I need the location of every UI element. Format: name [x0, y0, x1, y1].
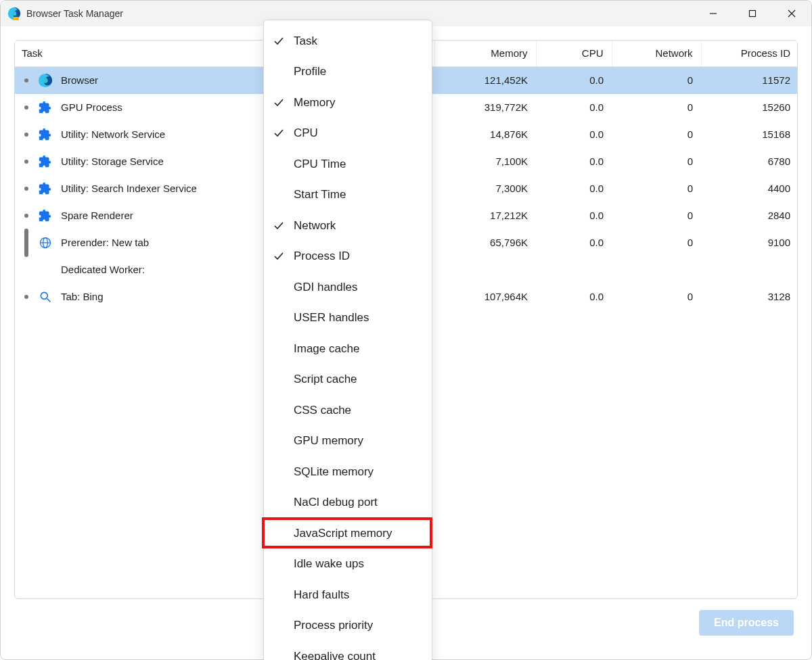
cell-pid: 4400 [701, 175, 798, 202]
cell-pid: 2840 [701, 202, 798, 229]
cell-cpu: 0.0 [536, 175, 612, 202]
column-header-memory[interactable]: Memory [434, 41, 536, 66]
ctx-item-image-cache[interactable]: Image cache [264, 333, 432, 364]
cell-memory: 65,796K [434, 229, 536, 256]
ctx-label: Image cache [294, 342, 359, 356]
ctx-item-memory[interactable]: Memory [264, 87, 432, 118]
process-name: GPU Process [61, 101, 122, 113]
check-icon [264, 36, 294, 47]
ctx-label: GDI handles [294, 281, 358, 294]
column-header-process-id[interactable]: Process ID [701, 41, 798, 66]
status-dot-icon [24, 78, 28, 82]
status-dot-icon [24, 187, 28, 191]
ctx-label: Hard faults [294, 588, 349, 602]
group-bar-icon [24, 229, 28, 257]
status-dot-icon [24, 295, 28, 299]
ctx-item-cpu[interactable]: CPU [264, 118, 432, 149]
ctx-item-start-time[interactable]: Start Time [264, 180, 432, 211]
search-icon [38, 289, 53, 304]
svg-point-1 [12, 11, 17, 16]
cell-cpu: 0.0 [536, 121, 612, 148]
cell-memory: 14,876K [434, 121, 536, 148]
ctx-label: GPU memory [294, 434, 363, 448]
ctx-label: SQLite memory [294, 465, 374, 479]
cell-network: 0 [612, 229, 701, 256]
cell-memory: 17,212K [434, 202, 536, 229]
cell-network: 0 [612, 121, 701, 148]
ctx-item-keepalive-count[interactable]: Keepalive count [264, 641, 432, 660]
ctx-item-css-cache[interactable]: CSS cache [264, 395, 432, 426]
minimize-button[interactable] [694, 1, 733, 26]
ctx-label: Profile [294, 65, 326, 78]
process-name: Utility: Search Indexer Service [61, 183, 197, 194]
process-name: Spare Renderer [61, 210, 133, 221]
process-name: Tab: Bing [61, 291, 104, 302]
ctx-label: Process ID [294, 250, 350, 263]
cell-cpu: 0.0 [536, 229, 612, 256]
status-dot-icon [24, 105, 28, 110]
cell-pid: 15260 [701, 94, 798, 121]
cell-network: 0 [612, 66, 701, 94]
cell-pid: 11572 [701, 66, 798, 94]
window-title: Browser Task Manager [26, 8, 123, 19]
svg-point-12 [41, 292, 47, 299]
column-context-menu[interactable]: TaskProfileMemoryCPUCPU TimeStart TimeNe… [263, 20, 432, 660]
end-process-button[interactable]: End process [699, 610, 794, 636]
cell-pid: 3128 [701, 283, 798, 310]
column-header-cpu[interactable]: CPU [536, 41, 612, 66]
edge-icon [38, 73, 53, 88]
process-name: Utility: Network Service [61, 128, 165, 140]
ctx-label: Keepalive count [294, 650, 376, 660]
ctx-label: Network [294, 219, 336, 233]
svg-line-13 [47, 298, 51, 302]
puzzle-icon [38, 181, 53, 196]
cell-cpu: 0.0 [536, 202, 612, 229]
cell-network: 0 [612, 148, 701, 175]
ctx-item-process-priority[interactable]: Process priority [264, 611, 432, 642]
ctx-label: Start Time [294, 188, 346, 202]
ctx-item-hard-faults[interactable]: Hard faults [264, 580, 432, 611]
cell-pid: 6780 [701, 148, 798, 175]
close-button[interactable] [772, 1, 811, 26]
ctx-item-gpu-memory[interactable]: GPU memory [264, 426, 432, 457]
ctx-item-sqlite-memory[interactable]: SQLite memory [264, 456, 432, 488]
svg-rect-4 [750, 11, 756, 17]
ctx-item-user-handles[interactable]: USER handles [264, 303, 432, 334]
cell-memory [434, 256, 536, 283]
cell-pid [701, 256, 798, 283]
cell-memory: 107,964K [434, 283, 536, 310]
cell-cpu: 0.0 [536, 94, 612, 121]
check-icon [264, 220, 294, 231]
ctx-item-network[interactable]: Network [264, 210, 432, 241]
ctx-label: CPU [294, 126, 318, 140]
ctx-label: CSS cache [294, 404, 351, 417]
cell-memory: 121,452K [434, 66, 536, 94]
ctx-item-process-id[interactable]: Process ID [264, 241, 432, 273]
ctx-label: Script cache [294, 373, 357, 386]
process-name: Browser [61, 74, 98, 86]
ctx-item-nacl-debug-port[interactable]: NaCl debug port [264, 488, 432, 519]
process-name: Prerender: New tab [61, 237, 149, 248]
cell-memory: 319,772K [434, 94, 536, 121]
cell-cpu [536, 256, 612, 283]
cell-network: 0 [612, 283, 701, 310]
ctx-label: USER handles [294, 311, 369, 325]
ctx-item-task[interactable]: Task [264, 26, 432, 57]
ctx-item-cpu-time[interactable]: CPU Time [264, 149, 432, 180]
window: Browser Task Manager TaskMemoryCPUNetwor… [0, 0, 812, 660]
ctx-item-idle-wake-ups[interactable]: Idle wake ups [264, 549, 432, 580]
process-name: Dedicated Worker: [61, 264, 145, 275]
column-header-network[interactable]: Network [612, 41, 701, 66]
ctx-label: JavaScript memory [294, 527, 392, 540]
cell-network [612, 256, 701, 283]
ctx-item-gdi-handles[interactable]: GDI handles [264, 272, 432, 303]
ctx-item-javascript-memory[interactable]: JavaScript memory [264, 518, 432, 549]
ctx-label: Memory [294, 96, 335, 110]
maximize-button[interactable] [733, 1, 772, 26]
ctx-item-script-cache[interactable]: Script cache [264, 364, 432, 396]
check-icon [264, 97, 294, 108]
globe-icon [38, 235, 53, 250]
ctx-label: Process priority [294, 619, 373, 632]
ctx-item-profile[interactable]: Profile [264, 57, 432, 88]
cell-network: 0 [612, 202, 701, 229]
